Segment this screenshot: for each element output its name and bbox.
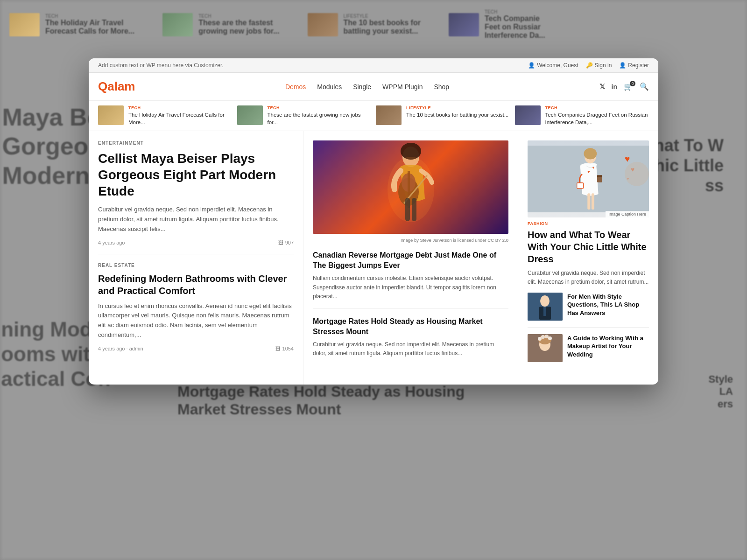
svg-rect-13 [577,183,584,189]
svg-point-31 [538,337,542,341]
featured-title-4[interactable]: Tech Companies Dragged Feet on Russian I… [545,111,649,126]
main-article-title[interactable]: Cellist Maya Beiser Plays Gorgeous Eight… [98,150,294,199]
featured-cat-1: TECH [128,105,233,110]
main-nav: Demos Modules Single WPPM Plugin Shop [285,83,449,91]
nav-wppm[interactable]: WPPM Plugin [382,83,423,91]
svg-rect-17 [592,193,594,210]
featured-thumb-3 [376,105,402,125]
svg-point-32 [541,335,545,339]
svg-rect-19 [597,175,602,177]
top-bar: Add custom text or WP menu here via Cust… [89,58,658,73]
featured-item-1: TECH The Holiday Air Travel Forecast Cal… [98,105,233,126]
register-link[interactable]: 👤 Register [619,62,649,69]
main-modal: Add custom text or WP menu here via Cust… [89,58,658,385]
views-icon: 🖼 [278,240,283,245]
secondary-article-excerpt: In cursus leo et enim rhoncus convallis.… [98,301,294,340]
svg-point-25 [540,295,550,307]
svg-text:♥: ♥ [587,169,590,174]
svg-rect-27 [543,307,546,316]
side-thumb-1 [528,293,563,321]
search-icon[interactable]: 🔍 [640,82,649,91]
featured-cat-4: TECH [545,105,649,110]
secondary-article-title[interactable]: Redefining Modern Bathrooms with Clever … [98,273,294,297]
image-caption: Image Caption Here [606,211,649,217]
col-right: ♥ ♥ ♥ ♥ ♥ Image Caption Here F [518,131,658,384]
mid-title-2[interactable]: Mortgage Rates Hold Steady as Housing Ma… [313,316,508,336]
featured-item-3: LIFESTYLE The 10 best books for battling… [376,105,510,126]
col-left: ENTERTAINMENT Cellist Maya Beiser Plays … [89,131,303,384]
site-header: Qalam Demos Modules Single WPPM Plugin S… [89,73,658,101]
svg-rect-16 [587,193,590,210]
secondary-article: REAL ESTATE Redefining Modern Bathrooms … [98,263,294,351]
featured-item-4: TECH Tech Companies Dragged Feet on Russ… [515,105,649,126]
svg-point-33 [545,335,549,338]
secondary-article-views: 🖼 1054 [275,346,294,351]
secondary-article-meta: 4 years ago · admin 🖼 1054 [98,346,294,351]
header-icons: 𝕏 in 🛒0 🔍 [599,82,649,91]
side-title-2[interactable]: A Guide to Working With a Makeup Artist … [567,334,649,359]
tagline: Add custom text or WP menu here via Cust… [98,62,224,69]
featured-thumb-4 [515,105,541,125]
mid-article-2: Mortgage Rates Hold Steady as Housing Ma… [313,316,508,366]
fashion-category: FASHION [528,221,649,226]
featured-cat-2: TECH [268,105,372,110]
register-icon: 👤 [619,62,626,69]
featured-thumb-2 [237,105,263,125]
featured-title-2[interactable]: These are the fastest growing new jobs f… [268,111,372,126]
fashion-hero-image: ♥ ♥ ♥ ♥ ♥ Image Caption Here [528,140,649,217]
main-article-meta: 4 years ago 🖼 907 [98,240,294,245]
main-content: ENTERTAINMENT Cellist Maya Beiser Plays … [89,131,658,384]
main-article-excerpt: Curabitur vel gravida neque. Sed non imp… [98,205,294,234]
linkedin-icon[interactable]: in [612,83,617,91]
cart-icon[interactable]: 🛒0 [624,82,633,91]
image-credit: Image by Steve Jurvetson is licensed und… [313,238,508,243]
col-middle: Image by Steve Jurvetson is licensed und… [303,131,518,384]
featured-title-1[interactable]: The Holiday Air Travel Forecast Calls fo… [128,111,233,126]
nav-modules[interactable]: Modules [317,83,342,91]
side-article-1: For Men With Style Questions, This LA Sh… [528,293,649,328]
fashion-illustration: ♥ ♥ ♥ ♥ ♥ [528,140,649,217]
side-thumb-2 [528,334,563,362]
fashion-excerpt: Curabitur vel gravida neque. Sed non imp… [528,269,649,287]
featured-thumb-1 [98,105,124,125]
sign-in-link[interactable]: 🔑 Sign in [586,62,612,69]
featured-item-2: TECH These are the fastest growing new j… [237,105,372,126]
hero-image [313,140,508,234]
main-article-views: 🖼 907 [278,240,294,245]
fashion-title[interactable]: How and What To Wear With Your Chic Litt… [528,229,649,265]
mid-title-1[interactable]: Canadian Reverse Mortgage Debt Just Made… [313,250,508,270]
svg-point-23 [625,162,649,186]
svg-point-34 [548,336,552,340]
side-title-1[interactable]: For Men With Style Questions, This LA Sh… [567,293,649,317]
welcome-text: 👤 Welcome, Guest [528,62,578,69]
svg-text:♥: ♥ [625,154,630,164]
user-icon: 👤 [528,62,535,69]
mid-excerpt-1: Nullam condimentum cursus molestie. Etia… [313,274,508,301]
secondary-article-category: REAL ESTATE [98,263,294,268]
secondary-article-age-author: 4 years ago · admin [98,346,143,351]
views-icon-2: 🖼 [275,346,281,351]
twitter-icon[interactable]: 𝕏 [599,83,605,91]
nav-shop[interactable]: Shop [434,83,449,91]
side-article-2: A Guide to Working With a Makeup Artist … [528,334,649,369]
mid-article-1: Canadian Reverse Mortgage Debt Just Made… [313,250,508,309]
musician-illustration [383,143,439,231]
site-logo[interactable]: Qalam [98,79,135,94]
svg-point-8 [388,157,434,222]
main-article-category: ENTERTAINMENT [98,140,294,146]
divider [98,254,294,254]
nav-single[interactable]: Single [353,83,371,91]
featured-cat-3: LIFESTYLE [406,105,508,110]
mid-excerpt-2: Curabitur vel gravida neque. Sed non imp… [313,340,508,358]
featured-bar: TECH The Holiday Air Travel Forecast Cal… [89,101,658,131]
main-article-age: 4 years ago [98,240,125,245]
svg-text:♥: ♥ [592,166,594,169]
featured-title-3[interactable]: The 10 best books for battling your sexi… [406,111,508,119]
nav-demos[interactable]: Demos [285,83,306,91]
signin-icon: 🔑 [586,62,593,69]
svg-point-12 [584,148,597,159]
